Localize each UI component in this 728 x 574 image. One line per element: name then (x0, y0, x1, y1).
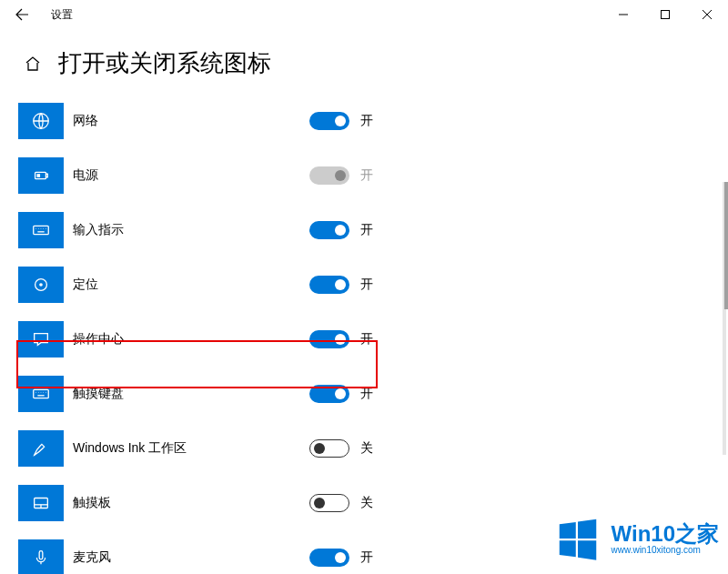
touch-keyboard-icon (18, 376, 64, 412)
power-icon (18, 157, 64, 194)
svg-rect-8 (34, 226, 49, 234)
page-title: 打开或关闭系统图标 (58, 47, 271, 79)
item-label: 电源 (73, 167, 98, 184)
titlebar: 设置 (0, 0, 728, 29)
touchpad-icon (18, 485, 64, 521)
toggle-state-touchpad: 关 (360, 495, 373, 511)
toggle-action-center[interactable] (309, 330, 349, 348)
svg-rect-17 (34, 389, 49, 398)
toggle-touchpad[interactable] (309, 494, 349, 512)
windows-logo-icon (553, 514, 602, 563)
microphone-icon (18, 539, 64, 574)
maximize-icon (661, 10, 670, 19)
watermark-title: Win10之家 (612, 523, 719, 545)
ink-icon (18, 430, 64, 467)
toggle-state-microphone: 开 (360, 549, 373, 566)
minimize-button[interactable] (602, 0, 644, 29)
svg-rect-7 (36, 174, 40, 177)
toggle-state-location: 开 (360, 277, 373, 293)
keyboard-icon (18, 212, 64, 248)
back-arrow-icon (15, 7, 29, 22)
svg-point-12 (43, 228, 44, 229)
item-label: 定位 (73, 277, 98, 293)
toggle-microphone[interactable] (309, 549, 349, 567)
maximize-button[interactable] (644, 0, 686, 29)
svg-point-22 (46, 392, 46, 393)
item-power: 电源 开 (18, 148, 728, 203)
page-header: 打开或关闭系统图标 (0, 29, 728, 94)
svg-rect-1 (662, 11, 670, 19)
app-title: 设置 (51, 7, 73, 23)
svg-point-10 (38, 228, 39, 229)
svg-rect-5 (35, 172, 46, 178)
svg-point-16 (39, 283, 43, 287)
toggle-state-touch-keyboard: 开 (360, 386, 373, 402)
item-label: 触摸板 (73, 495, 111, 511)
toggle-state-input: 开 (360, 222, 373, 238)
svg-point-11 (41, 228, 42, 229)
item-location: 定位 开 (18, 257, 728, 312)
svg-point-19 (38, 392, 39, 393)
item-action-center: 操作中心 开 (18, 312, 728, 367)
item-input-indicator: 输入指示 开 (18, 203, 728, 257)
action-center-icon (18, 321, 64, 357)
item-label: 麦克风 (73, 549, 111, 566)
item-label: Windows Ink 工作区 (73, 440, 187, 457)
toggle-windows-ink[interactable] (309, 439, 349, 458)
toggle-state-windows-ink: 关 (360, 440, 373, 457)
system-icons-list: 网络 开 电源 开 输入指示 开 定位 开 操作中心 (0, 94, 728, 574)
watermark-url: www.win10xitong.com (612, 545, 719, 555)
toggle-touch-keyboard[interactable] (309, 385, 349, 403)
svg-point-20 (41, 392, 42, 393)
close-icon (703, 10, 712, 19)
toggle-state-action-center: 开 (360, 331, 373, 347)
scrollbar-thumb[interactable] (724, 182, 728, 309)
item-network: 网络 开 (18, 94, 728, 148)
item-label: 触摸键盘 (73, 386, 124, 402)
location-icon (18, 267, 64, 303)
svg-rect-27 (39, 551, 43, 559)
toggle-input-indicator[interactable] (309, 221, 349, 239)
item-touch-keyboard: 触摸键盘 开 (18, 367, 728, 421)
home-icon (24, 55, 42, 73)
network-icon (18, 103, 64, 139)
toggle-location[interactable] (309, 276, 349, 294)
toggle-state-power: 开 (360, 167, 373, 184)
svg-point-9 (35, 228, 36, 229)
item-label: 输入指示 (73, 222, 124, 238)
toggle-state-network: 开 (360, 113, 373, 129)
toggle-power (309, 166, 349, 185)
item-label: 操作中心 (73, 331, 124, 347)
svg-point-21 (43, 392, 44, 393)
svg-rect-6 (46, 174, 48, 177)
item-label: 网络 (73, 113, 98, 129)
watermark: Win10之家 www.win10xitong.com (553, 514, 719, 563)
caption-buttons (602, 0, 728, 29)
back-button[interactable] (0, 0, 44, 29)
item-windows-ink: Windows Ink 工作区 关 (18, 421, 728, 476)
svg-point-18 (35, 392, 36, 393)
svg-point-13 (46, 228, 46, 229)
home-button[interactable] (22, 53, 44, 75)
minimize-icon (619, 10, 628, 19)
close-button[interactable] (686, 0, 728, 29)
toggle-network[interactable] (309, 112, 349, 130)
